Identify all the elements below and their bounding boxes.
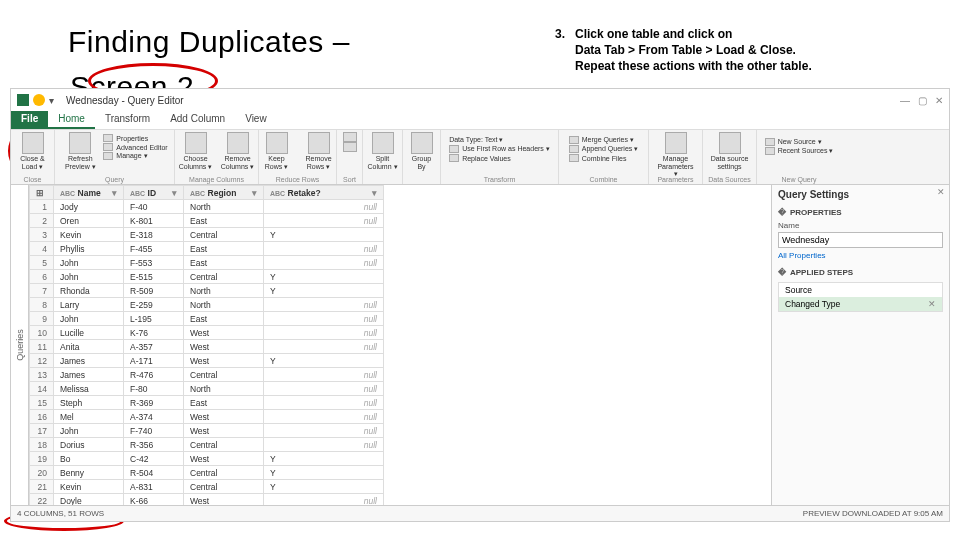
manage-query-button[interactable]: Manage ▾ [103, 152, 167, 160]
window-title: Wednesday - Query Editor [66, 95, 184, 106]
table-row[interactable]: 8LarryE-259Northnull [30, 298, 384, 312]
minimize-button[interactable]: — [900, 95, 910, 106]
table-row[interactable]: 17JohnF-740Westnull [30, 424, 384, 438]
refresh-icon [69, 132, 91, 154]
properties-button[interactable]: Properties [103, 134, 167, 142]
sort-desc-button[interactable] [341, 142, 359, 152]
append-queries-button[interactable]: Append Queries ▾ [569, 145, 639, 153]
combine-files-button[interactable]: Combine Files [569, 154, 639, 162]
column-header[interactable]: ABC Name ▾ [54, 186, 124, 200]
close-window-button[interactable]: ✕ [935, 95, 943, 106]
status-preview-time: PREVIEW DOWNLOADED AT 9:05 AM [803, 509, 943, 518]
table-row[interactable]: 18DoriusR-356Centralnull [30, 438, 384, 452]
close-load-icon [22, 132, 44, 154]
queries-pane-collapsed[interactable]: Queries [11, 185, 29, 505]
table-row[interactable]: 5JohnF-553Eastnull [30, 256, 384, 270]
merge-queries-button[interactable]: Merge Queries ▾ [569, 136, 639, 144]
tab-home[interactable]: Home [48, 111, 95, 129]
instruction-block: 3. Click one table and click on Data Tab… [555, 26, 915, 75]
all-properties-link[interactable]: All Properties [778, 251, 826, 260]
name-label: Name [778, 221, 943, 230]
table-row[interactable]: 16MelA-374Westnull [30, 410, 384, 424]
remove-rows-button[interactable]: RemoveRows ▾ [300, 132, 338, 170]
properties-section-header[interactable]: PROPERTIES [778, 206, 943, 219]
tab-file[interactable]: File [11, 111, 48, 129]
close-settings-button[interactable]: ✕ [937, 187, 945, 197]
choose-columns-button[interactable]: ChooseColumns ▾ [177, 132, 215, 170]
data-source-icon [719, 132, 741, 154]
table-row[interactable]: 10LucilleK-76Westnull [30, 326, 384, 340]
table-row[interactable]: 13JamesR-476Centralnull [30, 368, 384, 382]
query-editor-window: ▾ Wednesday - Query Editor — ▢ ✕ File Ho… [10, 88, 950, 522]
data-type-dropdown[interactable]: Data Type: Text ▾ [449, 136, 550, 144]
data-grid[interactable]: ⊞ABC Name ▾ABC ID ▾ABC Region ▾ABC Retak… [29, 185, 771, 505]
query-name-input[interactable] [778, 232, 943, 248]
emoji-icon [33, 94, 45, 106]
split-column-icon [372, 132, 394, 154]
status-bar: 4 COLUMNS, 51 ROWS PREVIEW DOWNLOADED AT… [11, 505, 949, 521]
table-row[interactable]: 12JamesA-171WestY [30, 354, 384, 368]
table-row[interactable]: 7RhondaR-509NorthY [30, 284, 384, 298]
table-row[interactable]: 22DoyleK-66Westnull [30, 494, 384, 506]
table-row[interactable]: 1JodyF-40Northnull [30, 200, 384, 214]
applied-step[interactable]: Source [779, 283, 942, 297]
manage-parameters-button[interactable]: ManageParameters ▾ [657, 132, 695, 177]
sort-asc-button[interactable] [341, 132, 359, 142]
recent-sources-button[interactable]: Recent Sources ▾ [765, 147, 834, 155]
query-settings-pane: ✕ Query Settings PROPERTIES Name All Pro… [771, 185, 949, 505]
status-columns-rows: 4 COLUMNS, 51 ROWS [17, 509, 104, 518]
slide-title: Finding Duplicates – [68, 25, 350, 59]
queries-rail-label: Queries [15, 329, 25, 361]
column-header[interactable]: ABC Region ▾ [184, 186, 264, 200]
table-row[interactable]: 3KevinE-318CentralY [30, 228, 384, 242]
choose-columns-icon [185, 132, 207, 154]
new-source-button[interactable]: New Source ▾ [765, 138, 834, 146]
table-row[interactable]: 9JohnL-195Eastnull [30, 312, 384, 326]
table-row[interactable]: 6JohnE-515CentralY [30, 270, 384, 284]
table-row[interactable]: 15StephR-369Eastnull [30, 396, 384, 410]
keep-rows-button[interactable]: KeepRows ▾ [258, 132, 296, 170]
refresh-preview-button[interactable]: Refresh Preview ▾ [61, 132, 99, 170]
query-settings-title: Query Settings [778, 189, 943, 200]
advanced-editor-button[interactable]: Advanced Editor [103, 143, 167, 151]
sort-desc-icon [343, 142, 357, 152]
group-by-button[interactable]: GroupBy [403, 132, 441, 170]
titlebar: ▾ Wednesday - Query Editor — ▢ ✕ [11, 89, 949, 111]
group-by-icon [411, 132, 433, 154]
ribbon-tabs: File Home Transform Add Column View [11, 111, 949, 129]
tab-transform[interactable]: Transform [95, 111, 160, 129]
column-header[interactable]: ⊞ [30, 186, 54, 200]
excel-icon [17, 94, 29, 106]
remove-rows-icon [308, 132, 330, 154]
column-header[interactable]: ABC Retake? ▾ [264, 186, 384, 200]
applied-step[interactable]: Changed Type✕ [779, 297, 942, 311]
replace-values-button[interactable]: Replace Values [449, 154, 550, 162]
instruction-number: 3. [555, 26, 573, 42]
table-row[interactable]: 4PhyllisF-455Eastnull [30, 242, 384, 256]
table-row[interactable]: 14MelissaF-80Northnull [30, 382, 384, 396]
table-row[interactable]: 19BoC-42WestY [30, 452, 384, 466]
column-header[interactable]: ABC ID ▾ [124, 186, 184, 200]
keep-rows-icon [266, 132, 288, 154]
table-row[interactable]: 21KevinA-831CentralY [30, 480, 384, 494]
applied-steps-header[interactable]: APPLIED STEPS [778, 266, 943, 279]
table-row[interactable]: 20BennyR-504CentralY [30, 466, 384, 480]
parameters-icon [665, 132, 687, 154]
remove-columns-icon [227, 132, 249, 154]
first-row-headers-button[interactable]: Use First Row as Headers ▾ [449, 145, 550, 153]
tab-view[interactable]: View [235, 111, 277, 129]
close-and-load-button[interactable]: Close & Load ▾ [14, 132, 52, 170]
table-row[interactable]: 11AnitaA-357Westnull [30, 340, 384, 354]
maximize-button[interactable]: ▢ [918, 95, 927, 106]
table-row[interactable]: 2OrenK-801Eastnull [30, 214, 384, 228]
data-source-settings-button[interactable]: Data sourcesettings [711, 132, 749, 170]
ribbon: Close & Load ▾ Close Refresh Preview ▾ P… [11, 129, 949, 185]
delete-step-button[interactable]: ✕ [928, 299, 936, 309]
tab-add-column[interactable]: Add Column [160, 111, 235, 129]
remove-columns-button[interactable]: RemoveColumns ▾ [219, 132, 257, 170]
instruction-text: Click one table and click on Data Tab > … [575, 26, 915, 75]
sort-asc-icon [343, 132, 357, 142]
split-column-button[interactable]: SplitColumn ▾ [364, 132, 402, 170]
